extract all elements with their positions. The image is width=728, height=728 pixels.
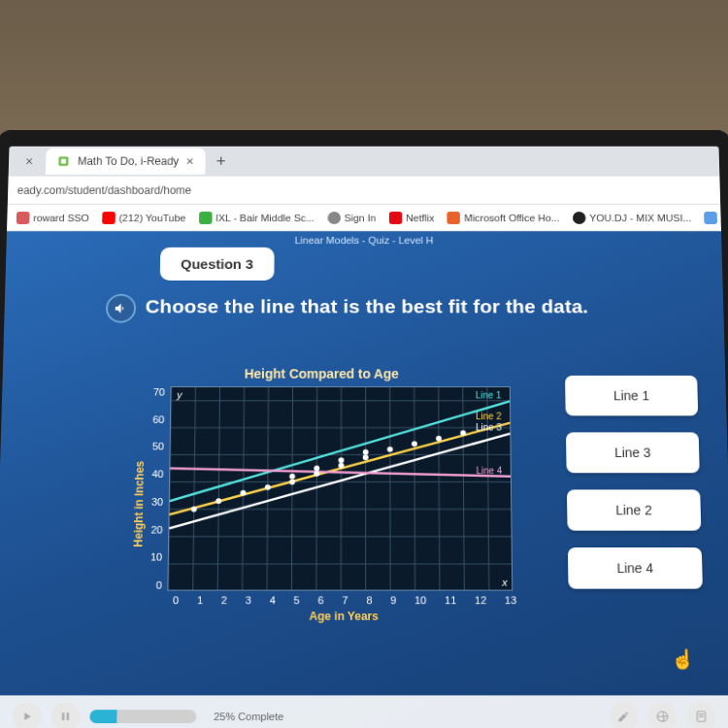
question-prompt: Choose the line that is the best fit for… xyxy=(146,296,589,317)
svg-line-14 xyxy=(463,387,465,590)
svg-text:x: x xyxy=(501,577,508,588)
quiz-footer: 25% Complete xyxy=(0,695,728,728)
y-axis-label: Height in Inches xyxy=(126,461,152,547)
ixl-icon xyxy=(199,212,213,224)
svg-point-39 xyxy=(314,466,320,472)
progress-label: 25% Complete xyxy=(214,711,283,722)
pencil-icon xyxy=(616,710,630,723)
svg-line-12 xyxy=(414,387,415,590)
search-icon xyxy=(704,212,717,224)
answer-line4-button[interactable]: Line 4 xyxy=(568,547,703,589)
quiz-area: Height Compared to Age Height in Inches … xyxy=(90,366,705,679)
svg-text:Line 2: Line 2 xyxy=(476,412,502,422)
svg-line-4 xyxy=(217,387,219,590)
quiz-content: Linear Models - Quiz - Level H Question … xyxy=(0,231,728,728)
tool-button[interactable] xyxy=(609,702,639,728)
svg-point-40 xyxy=(339,463,345,469)
answer-line1-button[interactable]: Line 1 xyxy=(565,376,698,415)
svg-point-34 xyxy=(241,490,247,496)
play-icon xyxy=(19,710,33,723)
progress-bar xyxy=(89,710,196,723)
svg-point-41 xyxy=(339,457,345,463)
globe-icon xyxy=(655,710,669,723)
x-axis-label: Age in Years xyxy=(171,606,517,623)
browser-tab-active[interactable]: Math To Do, i-Ready × xyxy=(46,149,205,175)
youtube-icon xyxy=(102,212,116,224)
doc-icon xyxy=(694,710,708,723)
svg-line-8 xyxy=(316,387,317,590)
svg-line-5 xyxy=(243,387,245,590)
svg-point-43 xyxy=(363,449,369,455)
back-button[interactable] xyxy=(12,702,42,728)
bookmark-item[interactable]: Sign In xyxy=(327,212,376,224)
progress-fill xyxy=(89,710,116,723)
svg-point-33 xyxy=(215,498,221,504)
question-chip: Question 3 xyxy=(160,248,274,281)
browser-tab-prev[interactable]: × xyxy=(14,149,44,175)
svg-point-47 xyxy=(460,430,466,436)
svg-line-13 xyxy=(439,387,440,590)
svg-point-45 xyxy=(412,441,417,447)
bookmark-icon xyxy=(17,212,30,224)
svg-rect-1 xyxy=(61,159,66,164)
close-icon[interactable]: × xyxy=(186,154,194,169)
svg-text:y: y xyxy=(176,389,182,401)
x-tick-labels: 012345678910111213 xyxy=(171,591,516,607)
svg-point-37 xyxy=(289,474,295,480)
tool-button[interactable] xyxy=(647,702,678,728)
netflix-icon xyxy=(389,212,402,224)
tool-button[interactable] xyxy=(686,702,716,728)
svg-line-3 xyxy=(193,387,196,590)
pause-icon xyxy=(58,710,72,723)
url-text: eady.com/student/dashboard/home xyxy=(17,183,192,196)
svg-line-7 xyxy=(292,387,293,590)
browser-tabbar: × Math To Do, i-Ready × + xyxy=(9,147,720,177)
bookmark-item[interactable]: Netflix xyxy=(389,212,435,224)
iready-favicon-icon xyxy=(57,155,71,168)
pause-button[interactable] xyxy=(50,702,81,728)
svg-text:Line 3: Line 3 xyxy=(476,422,502,433)
svg-point-38 xyxy=(314,471,320,477)
close-icon[interactable]: × xyxy=(25,154,33,169)
bookmark-item[interactable]: (212) YouTube xyxy=(102,212,185,224)
svg-point-32 xyxy=(191,507,197,513)
screen: × Math To Do, i-Ready × + eady.com/stude… xyxy=(0,147,728,728)
finger-cursor-icon: ☝ xyxy=(671,647,695,671)
answer-line2-button[interactable]: Line 2 xyxy=(567,489,701,530)
tab-title: Math To Do, i-Ready xyxy=(78,155,180,168)
chart-title: Height Compared to Age xyxy=(245,366,399,381)
office-icon xyxy=(447,212,461,224)
answer-line3-button[interactable]: Line 3 xyxy=(566,432,700,473)
svg-point-35 xyxy=(265,484,271,490)
bookmark-item[interactable]: Microsoft Office Ho... xyxy=(447,212,560,224)
svg-point-46 xyxy=(436,436,442,442)
breadcrumb: Linear Models - Quiz - Level H xyxy=(295,235,434,246)
bookmark-item[interactable]: roward SSO xyxy=(17,212,89,224)
bookmark-item[interactable]: search.sea xyxy=(704,212,721,224)
bookmarks-bar: roward SSO (212) YouTube IXL - Bair Midd… xyxy=(7,205,721,231)
audio-button[interactable] xyxy=(106,294,137,323)
signin-icon xyxy=(327,212,340,224)
chart-plot: Line 1Line 2Line 3Line 4yx xyxy=(168,386,513,590)
laptop-frame: × Math To Do, i-Ready × + eady.com/stude… xyxy=(0,130,728,728)
svg-point-44 xyxy=(387,447,393,452)
svg-point-42 xyxy=(363,454,369,460)
speaker-icon xyxy=(114,301,129,315)
bookmark-item[interactable]: YOU.DJ - MIX MUSI... xyxy=(573,212,692,224)
chart-column: Height Compared to Age Height in Inches … xyxy=(90,366,550,679)
svg-point-36 xyxy=(289,480,295,485)
svg-text:Line 4: Line 4 xyxy=(477,465,503,476)
bookmark-item[interactable]: IXL - Bair Middle Sc... xyxy=(199,212,314,224)
url-bar[interactable]: eady.com/student/dashboard/home xyxy=(8,177,720,205)
new-tab-button[interactable]: + xyxy=(207,152,235,171)
answer-choices: Line 1 Line 3 Line 2 Line 4 xyxy=(565,366,706,679)
youdj-icon xyxy=(573,212,586,224)
svg-text:Line 1: Line 1 xyxy=(476,389,502,400)
